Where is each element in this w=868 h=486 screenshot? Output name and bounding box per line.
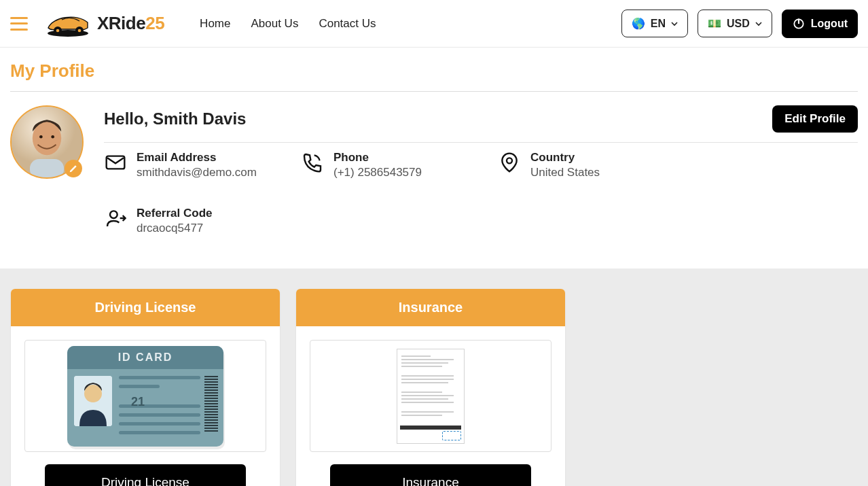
divider <box>10 91 858 92</box>
license-card: Driving License ID CARD 21 Dri <box>11 289 280 486</box>
logo[interactable]: XRide25 <box>43 10 164 37</box>
chevron-down-icon <box>755 20 762 27</box>
menu-toggle-icon[interactable] <box>10 17 28 31</box>
license-button[interactable]: Driving License <box>45 464 246 486</box>
main-nav: Home About Us Contact Us <box>200 17 376 31</box>
divider <box>104 142 858 143</box>
documents-section: Driving License ID CARD 21 Dri <box>0 268 868 486</box>
nav-contact[interactable]: Contact Us <box>319 17 376 31</box>
pencil-icon <box>69 164 78 173</box>
greeting: Hello, Smith Davis <box>104 109 246 128</box>
insurance-card-header: Insurance <box>296 289 565 326</box>
chevron-down-icon <box>671 20 678 27</box>
svg-point-4 <box>78 29 82 32</box>
insurance-preview[interactable] <box>310 340 551 452</box>
language-selector[interactable]: 🌎 EN <box>621 10 688 37</box>
info-country: Country United States <box>498 151 668 179</box>
car-logo-icon <box>43 10 93 37</box>
referral-value: drcaocq5477 <box>137 222 212 235</box>
info-email: Email Address smithdavis@demo.com <box>104 151 274 179</box>
user-share-icon <box>104 207 127 230</box>
license-card-header: Driving License <box>11 289 280 326</box>
svg-point-14 <box>110 211 117 218</box>
svg-point-11 <box>51 135 54 139</box>
svg-point-13 <box>507 158 512 163</box>
id-card-title: ID CARD <box>67 346 223 369</box>
cash-icon: 💵 <box>708 17 721 30</box>
power-icon <box>792 17 806 31</box>
svg-point-10 <box>39 135 43 139</box>
id-age: 21 <box>131 395 145 409</box>
logo-text: XRide25 <box>97 13 164 34</box>
email-value: smithdavis@demo.com <box>137 166 257 179</box>
phone-label: Phone <box>333 151 422 164</box>
email-label: Email Address <box>137 151 257 164</box>
svg-point-2 <box>56 29 60 32</box>
logout-label: Logout <box>811 18 848 30</box>
globe-icon: 🌎 <box>632 17 645 30</box>
info-phone: Phone (+1) 2586543579 <box>301 151 471 179</box>
language-label: EN <box>651 18 666 30</box>
nav-about[interactable]: About Us <box>251 17 298 31</box>
insurance-card: Insurance Insurance <box>296 289 565 486</box>
page-title: My Profile <box>10 60 858 82</box>
header: XRide25 Home About Us Contact Us 🌎 EN 💵 … <box>0 0 868 48</box>
currency-label: USD <box>727 18 750 30</box>
license-preview[interactable]: ID CARD 21 <box>24 340 266 452</box>
edit-profile-button[interactable]: Edit Profile <box>772 105 858 133</box>
edit-avatar-button[interactable] <box>65 160 82 177</box>
country-label: Country <box>530 151 600 164</box>
phone-icon <box>301 151 324 174</box>
avatar-container <box>10 105 84 179</box>
currency-selector[interactable]: 💵 USD <box>698 10 772 37</box>
insurance-button[interactable]: Insurance <box>330 464 531 486</box>
location-pin-icon <box>498 151 521 174</box>
info-referral: Referral Code drcaocq5477 <box>104 207 274 235</box>
logout-button[interactable]: Logout <box>782 10 858 38</box>
svg-rect-9 <box>30 159 64 177</box>
envelope-icon <box>104 151 127 174</box>
phone-value: (+1) 2586543579 <box>333 166 422 179</box>
country-value: United States <box>530 166 600 179</box>
referral-label: Referral Code <box>137 207 212 220</box>
nav-home[interactable]: Home <box>200 17 230 31</box>
